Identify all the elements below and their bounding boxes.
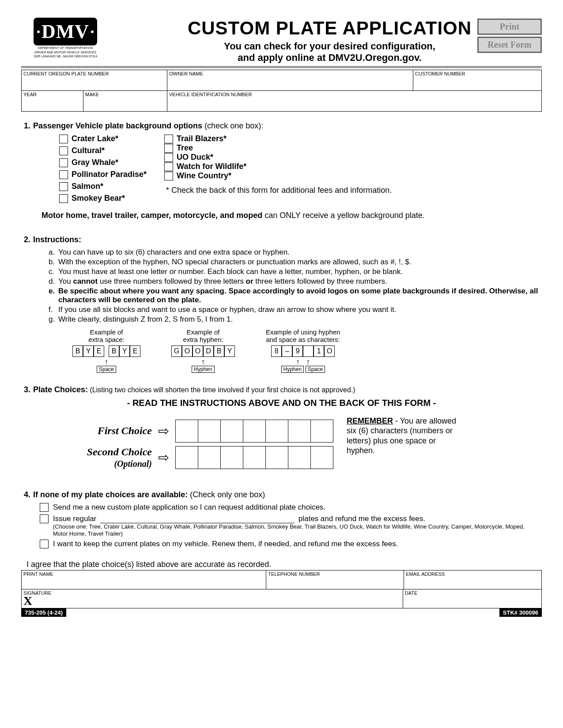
arrow-icon: ⇨ [158,450,169,465]
bg-option-label: Trail Blazers* [177,134,227,143]
checkbox-bg-option[interactable] [59,158,68,167]
example-space: Example ofextra space: BYEBYE ↑Space [72,328,140,373]
checkbox-bg-option[interactable] [59,135,68,143]
example-both: Example of using hyphenand space as char… [266,328,340,373]
checkbox-bg-option[interactable] [59,182,68,191]
section-1-heading: 1.Passenger Vehicle plate background opt… [24,121,539,131]
bg-option-label: Pollinator Paradise* [72,170,147,179]
second-choice-label: Second Choice(Optional) [68,446,152,469]
motor-note: Motor home, travel trailer, camper, moto… [42,211,539,220]
bg-option-label: Cultural* [72,146,105,155]
bg-option-label: Tree [177,143,193,153]
bg-option-label: Watch for Wildlife* [177,162,246,171]
label-signature: SIGNATURE [23,590,401,596]
label-make: MAKE [85,92,165,97]
checkbox-keep-current[interactable] [40,540,49,548]
reset-button[interactable]: Reset Form [477,37,542,53]
bg-option-label: Gray Whale* [72,158,118,167]
checkbox-bg-option[interactable] [164,144,173,153]
remember-note: REMEMBER - You are allowed six (6) chara… [347,416,466,456]
checkbox-issue-regular[interactable] [40,514,49,523]
checkbox-bg-option[interactable] [59,170,68,179]
example-hyphen: Example ofextra hyphen: GOODBY ↑Hyphen [171,328,235,373]
opt-send-new: Send me a new custom plate application s… [53,503,325,512]
bg-option-label: Salmon* [72,182,103,191]
bg-option-label: Wine Country* [177,171,231,180]
label-telephone: TELEPHONE NUMBER [268,571,402,577]
checkbox-bg-option[interactable] [59,146,68,155]
section-4-heading: 4.If none of my plate choices are availa… [24,490,539,499]
label-print-name: PRINT NAME [23,571,264,577]
arrow-icon: ⇨ [158,423,169,439]
opt-issue-regular: Issue regular plates and refund me the e… [53,514,539,537]
print-button[interactable]: Print [477,19,542,35]
checkbox-bg-option[interactable] [164,153,173,162]
label-vin: VEHICLE IDENTIFICATION NUMBER [169,92,540,97]
label-year: YEAR [23,92,81,97]
dmv-logo: DMV DEPARTMENT OF TRANSPORTATION DRIVER … [21,18,110,58]
asterisk-note: * Check the back of this form for additi… [166,186,394,195]
label-customer: CUSTOMER NUMBER [415,71,540,76]
signature-grid: PRINT NAME TELEPHONE NUMBER EMAIL ADDRES… [21,570,542,608]
checkbox-send-new[interactable] [40,503,49,512]
signature-x: X [23,594,32,608]
subtitle-2: and apply online at DMV2U.Oregon.gov. [117,52,542,64]
label-date: DATE [405,590,540,596]
stock-number: STK# 300096 [499,608,542,617]
vehicle-info-grid: CURRENT OREGON PLATE NUMBER OWNER NAME C… [21,70,542,112]
header: DMV DEPARTMENT OF TRANSPORTATION DRIVER … [21,18,542,68]
agreement-text: I agree that the plate choice(s) listed … [26,560,539,569]
opt-keep-current: I want to keep the current plates on my … [53,540,398,548]
label-email: EMAIL ADDRESS [406,571,540,577]
checkbox-bg-option[interactable] [59,194,68,203]
section-2-heading: 2.Instructions: [24,235,539,244]
bg-option-label: UO Duck* [177,153,213,162]
label-owner: OWNER NAME [169,71,411,76]
first-choice-label: First Choice [68,425,152,436]
read-banner: - READ THE INSTRUCTIONS ABOVE AND ON THE… [24,398,539,408]
checkbox-bg-option[interactable] [164,135,173,143]
form-number: 735-205 (4-24) [21,608,66,617]
checkbox-bg-option[interactable] [164,162,173,171]
label-plate: CURRENT OREGON PLATE NUMBER [23,71,165,76]
bg-option-label: Smokey Bear* [72,194,125,203]
plate-type-input[interactable] [100,516,295,523]
section-3-heading: 3.Plate Choices: (Listing two choices wi… [24,385,539,394]
first-choice-input[interactable] [175,420,333,443]
dmv-logo-text: DMV [34,18,97,45]
second-choice-input[interactable] [175,446,333,469]
checkbox-bg-option[interactable] [164,172,173,180]
bg-option-label: Crater Lake* [72,134,118,143]
